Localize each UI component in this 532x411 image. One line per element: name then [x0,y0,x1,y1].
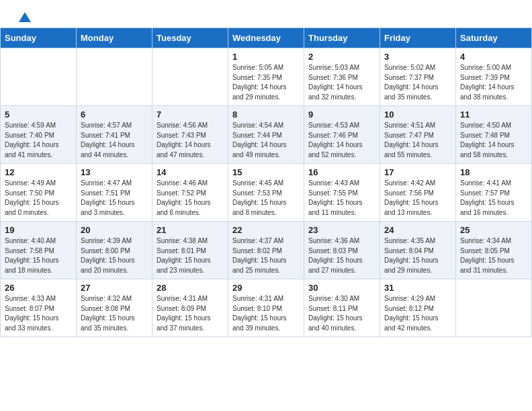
day-number: 15 [232,167,300,177]
calendar-cell: 17Sunrise: 4:42 AM Sunset: 7:56 PM Dayli… [380,164,456,222]
calendar-day-header: Thursday [304,28,380,48]
calendar-cell: 15Sunrise: 4:45 AM Sunset: 7:53 PM Dayli… [228,164,304,222]
calendar-cell: 11Sunrise: 4:50 AM Sunset: 7:48 PM Dayli… [456,106,532,164]
day-info: Sunrise: 4:59 AM Sunset: 7:40 PM Dayligh… [5,121,72,160]
day-info: Sunrise: 4:57 AM Sunset: 7:41 PM Dayligh… [81,121,148,160]
calendar-cell: 4Sunrise: 5:00 AM Sunset: 7:39 PM Daylig… [456,48,532,106]
calendar-cell: 29Sunrise: 4:31 AM Sunset: 8:10 PM Dayli… [228,279,304,337]
day-number: 8 [232,109,300,120]
calendar-cell [1,48,77,106]
day-info: Sunrise: 4:53 AM Sunset: 7:46 PM Dayligh… [308,121,375,160]
calendar-cell: 9Sunrise: 4:53 AM Sunset: 7:46 PM Daylig… [304,106,380,164]
day-info: Sunrise: 4:32 AM Sunset: 8:08 PM Dayligh… [81,294,148,333]
day-info: Sunrise: 4:43 AM Sunset: 7:55 PM Dayligh… [308,179,375,218]
day-info: Sunrise: 5:05 AM Sunset: 7:35 PM Dayligh… [232,63,300,102]
day-info: Sunrise: 4:46 AM Sunset: 7:52 PM Dayligh… [157,179,224,218]
day-info: Sunrise: 4:34 AM Sunset: 8:05 PM Dayligh… [460,236,527,275]
day-number: 25 [460,225,527,235]
day-number: 28 [157,283,224,293]
day-number: 19 [5,225,72,235]
calendar-week-row: 26Sunrise: 4:33 AM Sunset: 8:07 PM Dayli… [1,279,532,337]
day-info: Sunrise: 4:39 AM Sunset: 8:00 PM Dayligh… [81,236,148,275]
day-number: 30 [308,283,375,293]
day-info: Sunrise: 4:40 AM Sunset: 7:58 PM Dayligh… [5,236,72,275]
day-info: Sunrise: 4:41 AM Sunset: 7:57 PM Dayligh… [460,179,527,218]
calendar-day-header: Tuesday [152,28,228,48]
calendar-cell: 3Sunrise: 5:02 AM Sunset: 7:37 PM Daylig… [380,48,456,106]
day-number: 3 [384,52,451,62]
logo [16,12,32,21]
calendar-cell: 16Sunrise: 4:43 AM Sunset: 7:55 PM Dayli… [304,164,380,222]
calendar-cell: 31Sunrise: 4:29 AM Sunset: 8:12 PM Dayli… [380,279,456,337]
calendar-cell: 14Sunrise: 4:46 AM Sunset: 7:52 PM Dayli… [152,164,228,222]
calendar-cell: 26Sunrise: 4:33 AM Sunset: 8:07 PM Dayli… [1,279,77,337]
calendar-cell: 23Sunrise: 4:36 AM Sunset: 8:03 PM Dayli… [304,222,380,279]
day-number: 6 [81,109,148,120]
calendar-cell: 12Sunrise: 4:49 AM Sunset: 7:50 PM Dayli… [1,164,77,222]
page-header [0,0,532,28]
day-info: Sunrise: 4:36 AM Sunset: 8:03 PM Dayligh… [308,236,375,275]
day-number: 16 [308,167,375,177]
calendar-cell: 10Sunrise: 4:51 AM Sunset: 7:47 PM Dayli… [380,106,456,164]
calendar-week-row: 12Sunrise: 4:49 AM Sunset: 7:50 PM Dayli… [1,164,532,222]
calendar-header-row: SundayMondayTuesdayWednesdayThursdayFrid… [1,28,532,48]
day-number: 9 [308,109,375,120]
calendar-cell: 21Sunrise: 4:38 AM Sunset: 8:01 PM Dayli… [152,222,228,279]
day-info: Sunrise: 4:31 AM Sunset: 8:10 PM Dayligh… [232,294,300,333]
day-info: Sunrise: 5:00 AM Sunset: 7:39 PM Dayligh… [460,63,527,102]
calendar-cell: 1Sunrise: 5:05 AM Sunset: 7:35 PM Daylig… [228,48,304,106]
day-number: 5 [5,109,72,120]
day-info: Sunrise: 4:56 AM Sunset: 7:43 PM Dayligh… [157,121,224,160]
day-info: Sunrise: 4:42 AM Sunset: 7:56 PM Dayligh… [384,179,451,218]
day-number: 11 [460,109,527,120]
day-number: 26 [5,283,72,293]
calendar-cell: 28Sunrise: 4:31 AM Sunset: 8:09 PM Dayli… [152,279,228,337]
day-info: Sunrise: 4:49 AM Sunset: 7:50 PM Dayligh… [5,179,72,218]
day-info: Sunrise: 4:47 AM Sunset: 7:51 PM Dayligh… [81,179,148,218]
day-info: Sunrise: 5:02 AM Sunset: 7:37 PM Dayligh… [384,63,451,102]
day-number: 31 [384,283,451,293]
day-info: Sunrise: 4:50 AM Sunset: 7:48 PM Dayligh… [460,121,527,160]
day-info: Sunrise: 4:54 AM Sunset: 7:44 PM Dayligh… [232,121,300,160]
day-info: Sunrise: 4:37 AM Sunset: 8:02 PM Dayligh… [232,236,300,275]
day-number: 24 [384,225,451,235]
day-number: 12 [5,167,72,177]
day-number: 20 [81,225,148,235]
calendar-cell: 2Sunrise: 5:03 AM Sunset: 7:36 PM Daylig… [304,48,380,106]
day-number: 17 [384,167,451,177]
calendar-cell: 18Sunrise: 4:41 AM Sunset: 7:57 PM Dayli… [456,164,532,222]
calendar-day-header: Saturday [456,28,532,48]
calendar-cell: 19Sunrise: 4:40 AM Sunset: 7:58 PM Dayli… [1,222,77,279]
day-number: 1 [232,52,300,62]
calendar-cell: 25Sunrise: 4:34 AM Sunset: 8:05 PM Dayli… [456,222,532,279]
day-number: 23 [308,225,375,235]
day-number: 4 [460,52,527,62]
calendar-day-header: Wednesday [228,28,304,48]
calendar-cell: 27Sunrise: 4:32 AM Sunset: 8:08 PM Dayli… [77,279,152,337]
day-info: Sunrise: 4:51 AM Sunset: 7:47 PM Dayligh… [384,121,451,160]
calendar-table: SundayMondayTuesdayWednesdayThursdayFrid… [0,28,532,337]
day-number: 29 [232,283,300,293]
calendar-day-header: Friday [380,28,456,48]
calendar-week-row: 1Sunrise: 5:05 AM Sunset: 7:35 PM Daylig… [1,48,532,106]
day-info: Sunrise: 5:03 AM Sunset: 7:36 PM Dayligh… [308,63,375,102]
calendar-cell: 7Sunrise: 4:56 AM Sunset: 7:43 PM Daylig… [152,106,228,164]
calendar-cell: 22Sunrise: 4:37 AM Sunset: 8:02 PM Dayli… [228,222,304,279]
calendar-week-row: 19Sunrise: 4:40 AM Sunset: 7:58 PM Dayli… [1,222,532,279]
day-number: 10 [384,109,451,120]
day-info: Sunrise: 4:30 AM Sunset: 8:11 PM Dayligh… [308,294,375,333]
day-info: Sunrise: 4:29 AM Sunset: 8:12 PM Dayligh… [384,294,451,333]
day-number: 2 [308,52,375,62]
day-info: Sunrise: 4:35 AM Sunset: 8:04 PM Dayligh… [384,236,451,275]
calendar-cell: 8Sunrise: 4:54 AM Sunset: 7:44 PM Daylig… [228,106,304,164]
day-number: 7 [157,109,224,120]
calendar-cell [77,48,152,106]
calendar-cell: 30Sunrise: 4:30 AM Sunset: 8:11 PM Dayli… [304,279,380,337]
calendar-cell: 6Sunrise: 4:57 AM Sunset: 7:41 PM Daylig… [77,106,152,164]
day-info: Sunrise: 4:31 AM Sunset: 8:09 PM Dayligh… [157,294,224,333]
day-number: 14 [157,167,224,177]
calendar-day-header: Monday [77,28,152,48]
day-number: 18 [460,167,527,177]
calendar-day-header: Sunday [1,28,77,48]
calendar-cell [152,48,228,106]
